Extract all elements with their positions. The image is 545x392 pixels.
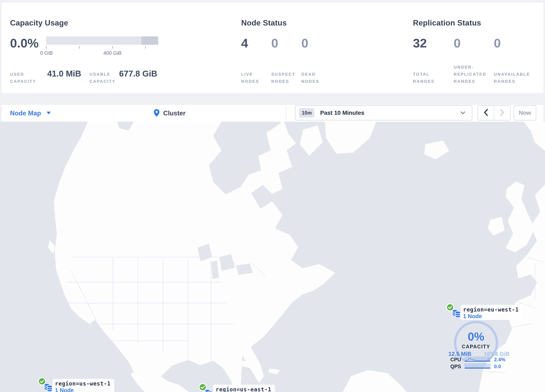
dead-nodes-value: 0 xyxy=(301,36,308,50)
database-icon xyxy=(451,308,462,320)
time-range-badge: 10m xyxy=(299,108,314,118)
region-marker-us-west-1: region=us-west-11 Node0%CAPACITY12.2 MiB… xyxy=(34,375,105,392)
under-replicated-ranges-value: 0 xyxy=(454,36,461,50)
cpu-value: 2.4% xyxy=(494,357,506,362)
node-status-title: Node Status xyxy=(241,19,287,27)
region-name[interactable]: region=us-east-1 xyxy=(216,386,271,392)
usable-capacity-label: USABLECAPACITY xyxy=(89,71,116,85)
qps-label: QPS xyxy=(443,364,461,369)
chevron-down-icon xyxy=(460,111,466,115)
qps-sparkline xyxy=(464,363,491,369)
unavailable-ranges-label: UNAVAILABLERANGES xyxy=(494,71,530,85)
total-ranges-label: TOTALRANGES xyxy=(413,71,435,85)
used-capacity-label: USEDCAPACITY xyxy=(10,71,36,85)
suspect-nodes-label: SUSPECTNODES xyxy=(271,71,295,85)
used-capacity-value: 41.0 MiB xyxy=(47,69,81,78)
region-name[interactable]: region=us-west-1 xyxy=(55,380,111,387)
under-replicated-ranges-label: UNDER-REPLICATEDRANGES xyxy=(454,63,486,85)
time-range-select[interactable]: 10m Past 10 Minutes xyxy=(295,105,472,120)
capacity-usage-title: Capacity Usage xyxy=(10,19,68,27)
cpu-sparkline xyxy=(464,356,491,362)
time-range-label: Past 10 Minutes xyxy=(320,110,365,116)
capacity-bar-reserved xyxy=(142,36,158,45)
view-selector-dropdown[interactable]: Node Map xyxy=(10,105,51,122)
node-map[interactable]: region=us-west-11 Node0%CAPACITY12.2 MiB… xyxy=(0,122,545,392)
time-prev-button[interactable] xyxy=(478,106,494,120)
total-ranges-value: 32 xyxy=(413,36,427,50)
unavailable-ranges-value: 0 xyxy=(494,36,501,50)
database-icon xyxy=(43,382,54,392)
view-selector-label: Node Map xyxy=(10,110,41,117)
region-marker-us-east-1: region=us-east-12 Nodes0%CAPACITY16.3 Mi… xyxy=(195,381,266,392)
map-pin-icon xyxy=(154,109,160,118)
live-nodes-label: LIVENODES xyxy=(241,71,259,85)
region-capacity-label: CAPACITY xyxy=(443,344,509,349)
region-node-count[interactable]: 1 Node xyxy=(463,313,482,320)
capacity-bar xyxy=(46,36,158,45)
qps-value: 0.0 xyxy=(494,364,501,369)
region-node-count[interactable]: 1 Node xyxy=(55,387,74,392)
region-name[interactable]: region=eu-west-1 xyxy=(463,306,519,313)
toolbar-divider xyxy=(286,106,286,120)
chevron-left-icon xyxy=(483,109,488,117)
replication-status-title: Replication Status xyxy=(413,19,481,27)
cpu-label: CPU xyxy=(443,357,461,362)
breadcrumb-label: Cluster xyxy=(163,110,186,117)
dead-nodes-label: DEADNODES xyxy=(301,71,319,85)
suspect-nodes-value: 0 xyxy=(271,36,278,50)
region-marker-eu-west-1: region=eu-west-11 Node0%CAPACITY12.5 MiB… xyxy=(443,301,514,372)
now-button[interactable]: Now xyxy=(514,105,536,120)
database-icon xyxy=(204,388,214,392)
breadcrumb[interactable]: Cluster xyxy=(154,105,186,122)
usable-capacity-value: 677.8 GiB xyxy=(119,69,157,78)
live-nodes-value: 4 xyxy=(241,36,248,50)
caret-down-icon xyxy=(46,112,51,115)
map-toolbar: Node Map Cluster 10m Past 10 Minutes xyxy=(2,105,543,122)
cluster-summary-panel: Capacity Usage 0.0% 0 GiB 400 GiB USEDCA… xyxy=(2,2,543,93)
capacity-percent: 0.0% xyxy=(10,36,39,50)
capacity-tick-0: 0 GiB xyxy=(40,50,53,56)
time-nav-arrows xyxy=(477,105,511,120)
chevron-right-icon xyxy=(500,109,504,117)
capacity-tick-400: 400 GiB xyxy=(103,50,122,56)
time-next-button[interactable] xyxy=(494,106,510,120)
region-capacity-percent: 0% xyxy=(443,330,509,343)
